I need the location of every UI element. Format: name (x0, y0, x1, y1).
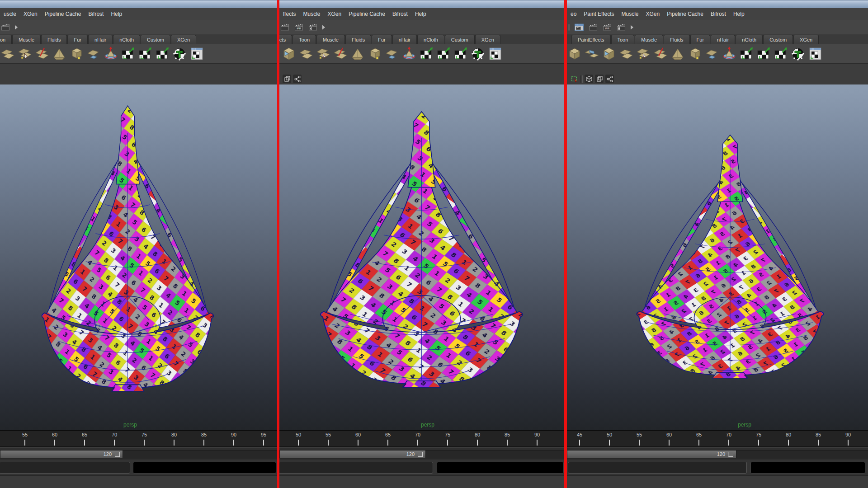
menu-muscle[interactable]: Muscle (299, 11, 324, 17)
poly-plane-cut-icon[interactable] (653, 46, 668, 61)
shaderball-ship-model[interactable] (633, 134, 827, 380)
menu-eo[interactable]: eo (567, 11, 580, 17)
shelf-tab-muscle[interactable]: Muscle (12, 35, 41, 44)
clapper-rs-icon[interactable] (307, 23, 318, 32)
range-slider-bar[interactable]: 120 (567, 450, 736, 458)
menu-help[interactable]: Help (730, 11, 748, 17)
clapper-ipr-icon[interactable] (602, 23, 613, 32)
shelf-tab-ects[interactable]: ects (279, 35, 292, 44)
shelf-tab-toon[interactable]: Toon (292, 35, 316, 44)
shelf-tab-on[interactable]: on (0, 35, 12, 44)
poly-plane-blue-icon[interactable] (384, 46, 400, 61)
shelf-tab-xgen[interactable]: XGen (475, 35, 500, 44)
shaderball-ship-model[interactable] (38, 105, 217, 394)
menu-help[interactable]: Help (411, 11, 430, 17)
command-line-input[interactable] (0, 462, 130, 474)
uv-projection-icon[interactable] (401, 46, 417, 61)
viewport-3d[interactable]: persp (279, 84, 564, 430)
share-button[interactable] (293, 75, 302, 83)
shelf-tab-nhair[interactable]: nHair (711, 35, 735, 44)
shelf-tab-ncloth[interactable]: nCloth (736, 35, 763, 44)
range-slider-bar[interactable]: 120 (0, 450, 123, 458)
checker-arrow-icon[interactable] (756, 46, 771, 61)
menu-paint-effects[interactable]: Paint Effects (580, 11, 618, 17)
shelf-tab-custom[interactable]: Custom (763, 35, 793, 44)
viewport-3d[interactable]: persp (0, 84, 277, 430)
menu-xgen[interactable]: XGen (324, 11, 345, 17)
duplicate-button[interactable] (595, 75, 604, 83)
menu-pipeline-cache[interactable]: Pipeline Cache (345, 11, 389, 17)
poly-plane-cut-icon[interactable] (34, 46, 50, 61)
shelf-tab-fur[interactable]: Fur (690, 35, 711, 44)
menu-uscle[interactable]: uscle (0, 11, 20, 17)
shelf-tab-fluids[interactable]: Fluids (345, 35, 371, 44)
checker-arrow-icon[interactable] (773, 46, 788, 61)
command-line-output[interactable] (750, 462, 865, 474)
menu-xgen[interactable]: XGen (20, 11, 41, 17)
menu-help[interactable]: Help (107, 11, 126, 17)
marquee-button[interactable] (570, 75, 579, 83)
shelf-tab-nhair[interactable]: nHair (392, 35, 417, 44)
shelf-tab-fluids[interactable]: Fluids (41, 35, 67, 44)
shelf-tab-ncloth[interactable]: nCloth (417, 35, 444, 44)
time-slider[interactable]: 45505560657075808590 (567, 430, 868, 447)
shelf-tab-toon[interactable]: Toon (611, 35, 635, 44)
poly-plane-cursor-icon[interactable] (17, 46, 33, 61)
cube-button[interactable] (585, 75, 593, 83)
poly-plane-cut-icon[interactable] (333, 46, 348, 61)
poly-cube-stack-icon[interactable] (687, 46, 703, 61)
poly-plane-icon[interactable] (298, 46, 314, 61)
chevron-icon[interactable] (14, 23, 19, 32)
range-slider-bar[interactable]: 120 (279, 450, 426, 458)
window-titlebar[interactable] (279, 0, 564, 8)
checker-arrow-icon[interactable] (436, 46, 451, 61)
command-line-input[interactable] (279, 462, 433, 474)
checker-tension-icon[interactable] (172, 46, 187, 61)
render-view-icon[interactable] (574, 23, 585, 32)
clapper-ipr-icon[interactable] (293, 23, 304, 32)
poly-plane-cursor-icon[interactable] (316, 46, 331, 61)
poly-plane-icon[interactable] (0, 46, 15, 61)
poly-cube-stack-icon[interactable] (367, 46, 382, 61)
shelf-tab-xgen[interactable]: XGen (793, 35, 819, 44)
shelf-tab-fur[interactable]: Fur (67, 35, 88, 44)
viewport-3d[interactable]: persp (567, 84, 868, 430)
chevron-icon[interactable] (630, 23, 634, 32)
command-line-input[interactable] (568, 462, 747, 474)
poly-cube-bluetri-icon[interactable] (281, 46, 297, 61)
poly-cube-stack-icon[interactable] (69, 46, 84, 61)
poly-plane-cursor-icon[interactable] (636, 46, 651, 61)
shelf-tab-ncloth[interactable]: nCloth (113, 35, 140, 44)
menu-bifrost[interactable]: Bifrost (85, 11, 107, 17)
shelf-tab-muscle[interactable]: Muscle (635, 35, 663, 44)
poly-cube-bluetri-icon[interactable] (601, 46, 617, 61)
shelf-tab-muscle[interactable]: Muscle (316, 35, 345, 44)
menu-bifrost[interactable]: Bifrost (389, 11, 411, 17)
poly-triangle-icon[interactable] (670, 46, 685, 61)
checker-arrow-icon[interactable] (419, 46, 434, 61)
uv-projection-icon[interactable] (722, 46, 737, 61)
checker-tension-icon[interactable] (470, 46, 486, 61)
menu-pipeline-cache[interactable]: Pipeline Cache (41, 11, 85, 17)
shelf-tab-fluids[interactable]: Fluids (664, 35, 689, 44)
poly-plane-icon[interactable] (618, 46, 634, 61)
shelf-tab-fur[interactable]: Fur (372, 35, 392, 44)
poly-triangle-icon[interactable] (52, 46, 67, 61)
poly-plane-pair-icon[interactable] (584, 46, 599, 61)
shelf-tab-painteffects[interactable]: PaintEffects (571, 35, 611, 44)
command-line-output[interactable] (133, 462, 276, 474)
poly-plane-blue-icon[interactable] (86, 46, 101, 61)
clapper-icon[interactable] (279, 23, 290, 32)
checker-arrow-icon[interactable] (137, 46, 153, 61)
command-line-output[interactable] (437, 462, 564, 474)
shelf-tab-nhair[interactable]: nHair (88, 35, 113, 44)
checker-window-icon[interactable] (487, 46, 503, 61)
range-slider-handle[interactable] (418, 452, 423, 457)
checker-window-icon[interactable] (189, 46, 204, 61)
checker-tension-icon[interactable] (790, 46, 806, 61)
share-button[interactable] (605, 75, 614, 83)
checker-arrow-icon[interactable] (453, 46, 468, 61)
shelf-tab-xgen[interactable]: XGen (171, 35, 196, 44)
time-slider[interactable]: 505560657075808590 (279, 430, 564, 447)
clapper-icon[interactable] (588, 23, 599, 32)
